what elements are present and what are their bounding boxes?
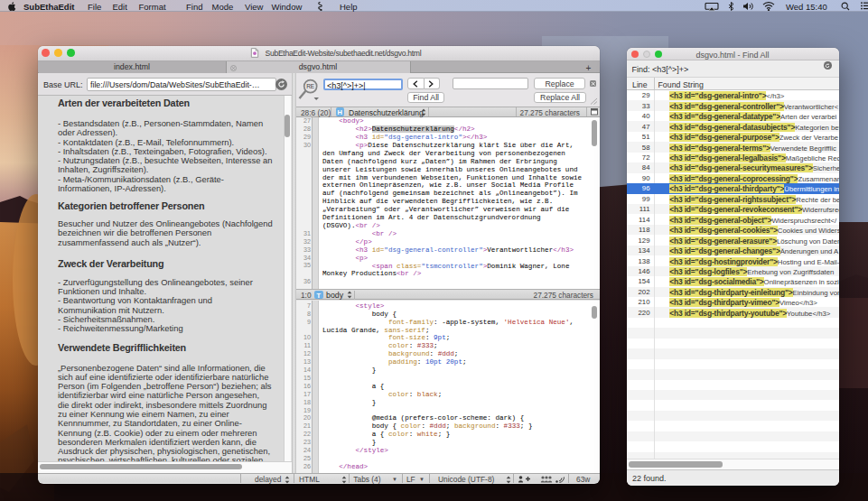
svg-text:RE: RE [306,83,315,89]
